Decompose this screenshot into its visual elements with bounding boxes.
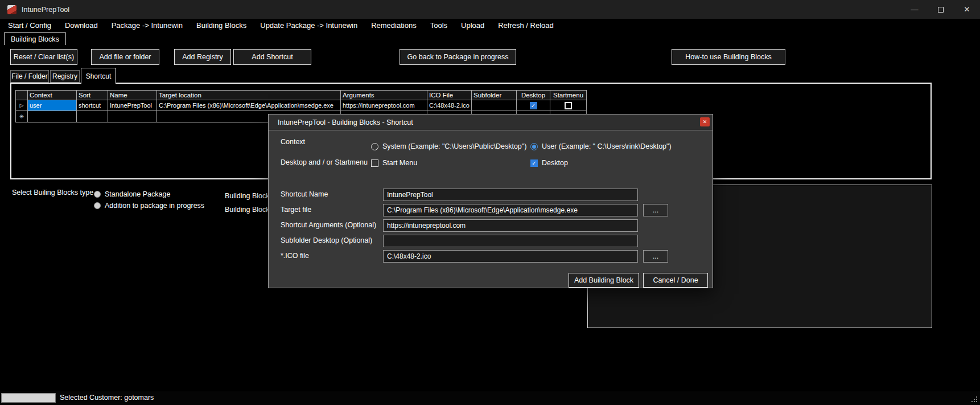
shortcut-dialog: IntunePrepTool - Building Blocks - Short… (268, 114, 713, 288)
ico-file-label: *.ICO file (281, 252, 309, 260)
cell-ico-file[interactable]: C:\48x48-2.ico (427, 100, 472, 111)
cell-sort[interactable]: shortcut (77, 100, 108, 111)
target-file-browse-button[interactable]: ... (643, 204, 668, 216)
system-radio-label: System (Example: "C:\Users\Public\Deskto… (382, 142, 526, 150)
cell-subfolder[interactable] (472, 100, 517, 111)
column-header-target-location[interactable]: Target location (157, 90, 341, 100)
subtab-file-folder[interactable]: File / Folder (10, 70, 49, 83)
window-title: IntunePrepTool (22, 6, 69, 14)
menu-upload[interactable]: Upload (454, 19, 491, 32)
table-row: ▷ user shortcut IntunePrepTool C:\Progra… (15, 100, 587, 111)
column-header-ico-file[interactable]: ICO File (427, 90, 472, 100)
add-registry-button[interactable]: Add Registry (174, 49, 231, 65)
dialog-close-button[interactable]: ✕ (700, 117, 710, 126)
user-radio-label: User (Example: " C:\Users\rink\Desktop") (542, 142, 672, 150)
tab-building-blocks[interactable]: Building Blocks (4, 32, 66, 45)
addition-to-package-radio[interactable] (94, 202, 101, 209)
cancel-done-button[interactable]: Cancel / Done (643, 273, 708, 288)
cell-desktop (517, 100, 550, 111)
user-radio[interactable] (530, 143, 538, 150)
column-header-sort[interactable]: Sort (77, 90, 108, 100)
cell-name-empty[interactable] (108, 111, 157, 122)
startmenu-dialog-checkbox[interactable] (371, 159, 378, 167)
column-header-startmenu[interactable]: Startmenu (550, 90, 587, 100)
cell-context[interactable]: user (28, 100, 77, 111)
column-header-context[interactable]: Context (28, 90, 77, 100)
cell-context-empty[interactable] (28, 111, 77, 122)
menu-refresh-reload[interactable]: Refresh / Reload (491, 19, 561, 32)
window-controls: — ✕ (901, 0, 980, 19)
cell-name[interactable]: IntunePrepTool (108, 100, 157, 111)
close-icon: ✕ (964, 5, 970, 14)
resize-grip-icon[interactable] (976, 401, 977, 402)
reset-clear-lists-button[interactable]: Reset / Clear list(s) (10, 49, 77, 65)
statusbar: Selected Customer: gotomars (0, 391, 980, 405)
column-header-desktop[interactable]: Desktop (517, 90, 550, 100)
grid-corner-header (15, 90, 28, 100)
dialog-titlebar: IntunePrepTool - Building Blocks - Short… (269, 114, 713, 130)
shortcut-arguments-field[interactable] (383, 219, 638, 232)
add-building-block-button[interactable]: Add Building Block (569, 273, 639, 288)
cell-target-location[interactable]: C:\Program Files (x86)\Microsoft\Edge\Ap… (157, 100, 341, 111)
cell-arguments[interactable]: https://intunepreptool.com (341, 100, 427, 111)
add-file-or-folder-button[interactable]: Add file or folder (91, 49, 159, 65)
maximize-button[interactable] (928, 0, 954, 19)
building-block-partial-label-1: Building Block (225, 192, 270, 200)
desktop-dialog-checkbox[interactable] (530, 159, 538, 167)
menu-download[interactable]: Download (58, 19, 105, 32)
menu-building-blocks[interactable]: Building Blocks (190, 19, 253, 32)
shortcut-name-label: Shortcut Name (281, 190, 328, 198)
close-button[interactable]: ✕ (954, 0, 980, 19)
startmenu-checkbox[interactable] (565, 102, 572, 109)
row-header[interactable]: ▷ (15, 100, 28, 111)
select-blocks-type-label: Select Builing Blocks type (12, 189, 93, 197)
column-header-name[interactable]: Name (108, 90, 157, 100)
go-back-to-package-button[interactable]: Go back to Package in progress (400, 49, 516, 65)
user-context-option[interactable]: User (Example: " C:\Users\rink\Desktop") (530, 142, 672, 150)
add-shortcut-button[interactable]: Add Shortcut (233, 49, 311, 65)
column-header-arguments[interactable]: Arguments (341, 90, 427, 100)
dialog-title: IntunePrepTool - Building Blocks - Short… (278, 118, 413, 126)
app-window: IntunePrepTool — ✕ Start / Config Downlo… (0, 0, 980, 405)
current-row-arrow-icon: ▷ (20, 103, 24, 108)
ico-file-browse-button[interactable]: ... (643, 250, 668, 263)
selected-customer-status: Selected Customer: gotomars (60, 394, 154, 402)
new-row-header[interactable]: ✳ (15, 111, 28, 122)
standalone-package-label: Standalone Package (105, 190, 170, 198)
ico-file-field[interactable] (383, 250, 638, 263)
column-header-subfolder[interactable]: Subfolder (472, 90, 517, 100)
grid-header-row: Context Sort Name Target location Argume… (15, 90, 587, 100)
howto-building-blocks-button[interactable]: How-to use Building Blocks (672, 49, 785, 65)
new-row-icon: ✳ (19, 113, 24, 120)
minimize-button[interactable]: — (901, 0, 928, 19)
subfolder-desktop-field[interactable] (383, 235, 638, 247)
system-radio[interactable] (371, 143, 378, 150)
titlebar: IntunePrepTool — ✕ (0, 0, 980, 19)
addition-to-package-label: Addition to package in progress (105, 202, 204, 210)
cell-sort-empty[interactable] (77, 111, 108, 122)
dialog-close-icon: ✕ (703, 119, 707, 125)
menu-update-package-intunewin[interactable]: Update Package -> Intunewin (253, 19, 364, 32)
context-label: Context (281, 138, 305, 146)
menu-start-config[interactable]: Start / Config (1, 19, 58, 32)
desktop-checkbox[interactable] (530, 102, 537, 109)
shortcut-arguments-label: Shortcut Arguments (Optional) (281, 221, 376, 229)
startmenu-option[interactable]: Start Menu (371, 159, 417, 167)
menu-remediations[interactable]: Remediations (364, 19, 423, 32)
desktop-option[interactable]: Desktop (530, 159, 568, 167)
subfolder-desktop-label: Subfolder Desktop (Optional) (281, 236, 372, 244)
target-file-field[interactable] (383, 204, 638, 216)
desktop-checkbox-label: Desktop (542, 159, 568, 167)
shortcut-name-field[interactable] (383, 189, 638, 201)
menubar: Start / Config Download Package -> Intun… (0, 19, 980, 32)
app-icon (7, 5, 17, 14)
desktop-startmenu-label: Desktop and / or Startmenu (281, 158, 368, 166)
system-context-option[interactable]: System (Example: "C:\Users\Public\Deskto… (371, 142, 526, 150)
menu-package-intunewin[interactable]: Package -> Intunewin (105, 19, 190, 32)
subtab-registry[interactable]: Registry (50, 70, 80, 83)
startmenu-checkbox-label: Start Menu (382, 159, 417, 167)
subtab-shortcut[interactable]: Shortcut (81, 68, 116, 84)
building-block-partial-label-2: Building Block (225, 206, 270, 214)
standalone-package-radio[interactable] (94, 191, 101, 198)
menu-tools[interactable]: Tools (423, 19, 454, 32)
